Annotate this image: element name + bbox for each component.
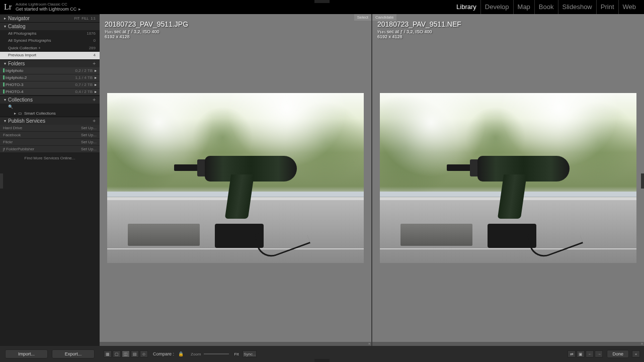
- add-publish-icon[interactable]: +: [93, 118, 96, 124]
- candidate-dimensions: 6192 x 4128: [377, 34, 461, 39]
- select-tag: Select: [354, 14, 371, 21]
- view-toolbar: ▦ ▢ ◫ ▤ ☺ Compare : 🔒 Zoom Fit Sync... ⇄…: [100, 350, 644, 358]
- catalog-quick-collection[interactable]: Quick Collection +289: [0, 45, 100, 52]
- select-dimensions: 6192 x 4128: [105, 34, 188, 39]
- prev-photo-icon[interactable]: ←: [586, 350, 594, 357]
- navigator-label: Navigator: [8, 16, 30, 21]
- select-filename: 20180723_PAV_9511.JPG: [105, 20, 188, 28]
- folder-volume[interactable]: PHOTO-30,7 / 2 TB▸: [0, 81, 100, 88]
- publish-label: Publish Services: [8, 118, 45, 124]
- module-develop[interactable]: Develop: [481, 0, 514, 14]
- candidate-meta: 20180723_PAV_9511.NEF ¹⁄₁₂₅ sec at ƒ / 3…: [377, 20, 461, 39]
- swap-icon[interactable]: ⇄: [568, 350, 576, 357]
- module-book[interactable]: Book: [535, 0, 558, 14]
- module-map[interactable]: Map: [514, 0, 535, 14]
- left-sidebar: ▸ Navigator FIT FILL 1:1 ▾ Catalog All P…: [0, 14, 100, 346]
- select-meta: 20180723_PAV_9511.JPG ¹⁄₁₂₅ sec at ƒ / 3…: [105, 20, 188, 39]
- chevron-right-icon: ▸: [95, 82, 97, 87]
- close-icon[interactable]: ×: [641, 342, 643, 345]
- smart-collections-item[interactable]: ▸ ▭ Smart Collections: [0, 110, 100, 117]
- catalog-all-photographs[interactable]: All Photographs1876: [0, 30, 100, 37]
- chevron-down-icon: ▾: [4, 24, 6, 29]
- folder-volume[interactable]: big4photo0,2 / 2 TB▸: [0, 67, 100, 74]
- export-button[interactable]: Export...: [52, 349, 95, 358]
- module-slideshow[interactable]: Slideshow: [558, 0, 597, 14]
- done-button[interactable]: Done: [607, 350, 629, 358]
- chevron-right-icon: ▸: [95, 68, 97, 73]
- compare-label: Compare :: [153, 351, 174, 356]
- make-select-icon[interactable]: ▣: [577, 350, 585, 357]
- candidate-image[interactable]: [380, 93, 636, 263]
- folders-label: Folders: [8, 61, 25, 66]
- chevron-down-icon: ▾: [4, 119, 6, 123]
- catalog-panel-header[interactable]: ▾ Catalog: [0, 22, 100, 30]
- lock-icon[interactable]: 🔒: [178, 351, 184, 356]
- chevron-right-icon: ▸: [4, 16, 6, 21]
- zoom-slider[interactable]: [204, 353, 229, 354]
- zoom-label: Zoom: [191, 352, 201, 356]
- candidate-pane: Candidate 20180723_PAV_9511.NEF ¹⁄₁₂₅ se…: [372, 14, 644, 346]
- candidate-filename: 20180723_PAV_9511.NEF: [377, 20, 461, 28]
- chevron-right-icon: ▸: [95, 89, 97, 94]
- folders-panel-header[interactable]: ▾ Folders +: [0, 59, 100, 67]
- get-started-link[interactable]: Get started with Lightroom CC▸: [16, 7, 81, 12]
- grid-view-icon[interactable]: ▦: [104, 350, 112, 357]
- compare-view: Select 20180723_PAV_9511.JPG ¹⁄₁₂₅ sec a…: [100, 14, 644, 346]
- collections-filter-row[interactable]: 🔍: [0, 104, 100, 110]
- candidate-scrollbar[interactable]: ×: [372, 342, 644, 346]
- module-picker: Library Develop Map Book Slideshow Print…: [452, 0, 640, 14]
- app-logo: Lr: [4, 3, 12, 12]
- chevron-down-icon: ▾: [4, 98, 6, 102]
- publish-panel-header[interactable]: ▾ Publish Services +: [0, 117, 100, 125]
- sync-button[interactable]: Sync...: [243, 350, 257, 357]
- collections-label: Collections: [8, 97, 33, 103]
- add-folder-icon[interactable]: +: [93, 61, 96, 66]
- left-panel-handle[interactable]: [0, 173, 3, 189]
- catalog-previous-import[interactable]: Previous Import4: [0, 52, 100, 59]
- search-icon: 🔍: [8, 105, 13, 109]
- app-title: Adobe Lightroom Classic CC: [16, 3, 81, 7]
- compare-view-icon[interactable]: ◫: [122, 350, 130, 357]
- fit-label[interactable]: Fit: [234, 352, 238, 356]
- find-more-services-link[interactable]: Find More Services Online...: [0, 153, 100, 163]
- publish-harddrive[interactable]: Hard DriveSet Up...: [0, 125, 100, 131]
- filmstrip-handle[interactable]: [314, 359, 330, 362]
- module-print[interactable]: Print: [597, 0, 619, 14]
- select-scrollbar[interactable]: ×: [100, 342, 371, 346]
- folder-volume[interactable]: PHOTO-40,4 / 2 TB▸: [0, 88, 100, 95]
- publish-flickr[interactable]: FlickrSet Up...: [0, 139, 100, 145]
- module-web[interactable]: Web: [619, 0, 640, 14]
- top-panel-handle[interactable]: [314, 0, 330, 3]
- candidate-exposure: ¹⁄₁₂₅ sec at ƒ / 3,2, ISO 400: [377, 29, 461, 34]
- select-image[interactable]: [107, 93, 364, 263]
- next-photo-icon[interactable]: →: [595, 350, 603, 357]
- import-button[interactable]: Import...: [5, 349, 48, 358]
- select-pane: Select 20180723_PAV_9511.JPG ¹⁄₁₂₅ sec a…: [100, 14, 372, 346]
- survey-view-icon[interactable]: ▤: [131, 350, 139, 357]
- chevron-down-icon: ▾: [4, 61, 6, 66]
- close-icon[interactable]: ×: [368, 342, 370, 345]
- toolbar-close-icon[interactable]: ×: [632, 350, 640, 357]
- app-title-block: Adobe Lightroom Classic CC Get started w…: [16, 3, 81, 12]
- select-exposure: ¹⁄₁₂₅ sec at ƒ / 3,2, ISO 400: [105, 29, 188, 34]
- publish-folderpublisher[interactable]: jf FolderPublisherSet Up...: [0, 146, 100, 152]
- module-library[interactable]: Library: [452, 0, 481, 14]
- chevron-right-icon: ▸: [14, 111, 16, 116]
- navigator-panel-header[interactable]: ▸ Navigator FIT FILL 1:1: [0, 14, 100, 22]
- candidate-tag: Candidate: [372, 14, 396, 21]
- collections-panel-header[interactable]: ▾ Collections +: [0, 96, 100, 104]
- people-view-icon[interactable]: ☺: [140, 350, 148, 357]
- loupe-view-icon[interactable]: ▢: [113, 350, 121, 357]
- folder-icon: ▭: [18, 111, 22, 116]
- catalog-all-synced[interactable]: All Synced Photographs0: [0, 37, 100, 44]
- publish-facebook[interactable]: FacebookSet Up...: [0, 132, 100, 138]
- chevron-right-icon: ▸: [95, 75, 97, 80]
- add-collection-icon[interactable]: +: [93, 97, 96, 103]
- catalog-label: Catalog: [8, 24, 25, 29]
- folder-volume[interactable]: big4photo-21,1 / 4 TB▸: [0, 74, 100, 81]
